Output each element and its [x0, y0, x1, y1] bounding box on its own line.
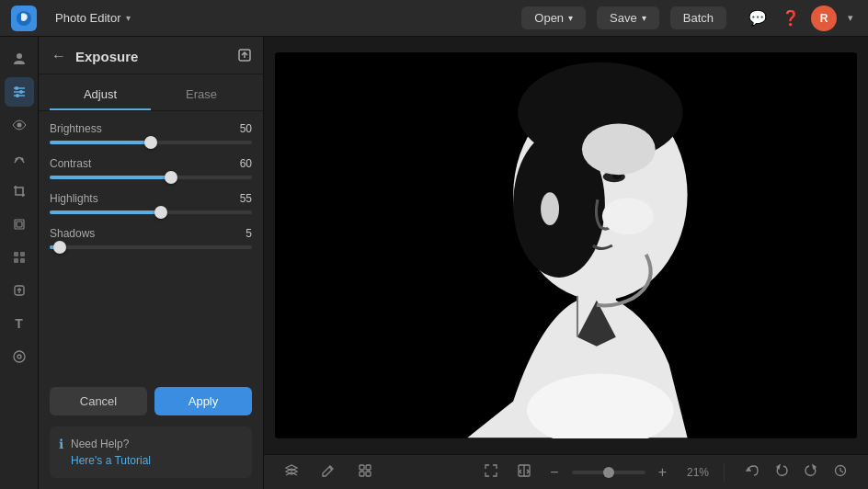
- app-title-chevron: ▾: [126, 13, 131, 23]
- iconbar-objects-button[interactable]: [5, 243, 34, 272]
- apply-button[interactable]: Apply: [154, 387, 252, 415]
- layers-icon-button[interactable]: [279, 460, 304, 484]
- svg-point-19: [17, 355, 21, 358]
- open-button[interactable]: Open ▾: [521, 6, 586, 29]
- brightness-slider-track[interactable]: [50, 141, 252, 144]
- zoom-in-button[interactable]: +: [653, 462, 672, 483]
- contrast-value: 60: [240, 157, 252, 170]
- svg-point-30: [602, 198, 654, 234]
- edit-icon-button[interactable]: [315, 460, 341, 484]
- brightness-label-row: Brightness 50: [50, 122, 252, 135]
- highlights-slider-thumb[interactable]: [154, 206, 167, 219]
- highlights-slider-fill: [50, 210, 161, 214]
- svg-rect-14: [20, 252, 25, 256]
- brightness-label: Brightness: [50, 122, 102, 135]
- panel-export-button[interactable]: [237, 48, 252, 65]
- avatar-chevron-button[interactable]: ▾: [844, 8, 857, 28]
- history-button[interactable]: [828, 460, 853, 484]
- iconbar-effects-button[interactable]: [5, 143, 34, 173]
- zoom-value: 21%: [680, 466, 709, 479]
- panel-title: Exposure: [75, 49, 230, 64]
- iconbar-adjustments-button[interactable]: [5, 77, 34, 107]
- iconbar-layers-button[interactable]: [5, 210, 34, 239]
- iconbar-crop-button[interactable]: [5, 176, 34, 206]
- grid-icon-button[interactable]: [352, 460, 378, 484]
- user-avatar[interactable]: R: [811, 6, 837, 31]
- canvas-viewport: [264, 37, 868, 454]
- save-label: Save: [610, 11, 637, 25]
- tab-erase[interactable]: Erase: [151, 82, 252, 110]
- bottom-toolbar: − + 21%: [264, 454, 868, 489]
- highlights-group: Highlights 55: [50, 192, 252, 214]
- zoom-out-button[interactable]: −: [544, 462, 564, 483]
- highlights-value: 55: [240, 192, 252, 205]
- info-icon: ℹ: [59, 437, 63, 451]
- sliders-section: Brightness 50 Contrast 60: [39, 111, 263, 380]
- svg-rect-32: [360, 465, 364, 470]
- svg-point-27: [541, 192, 559, 225]
- shadows-value: 5: [246, 227, 252, 240]
- photo-canvas: [275, 52, 857, 438]
- highlights-slider-track[interactable]: [50, 210, 252, 214]
- side-panel: ← Exposure Adjust Erase Brightness 50: [39, 37, 264, 489]
- highlights-label-row: Highlights 55: [50, 192, 252, 205]
- svg-rect-35: [366, 472, 371, 476]
- undo-button[interactable]: [769, 460, 794, 484]
- brightness-slider-thumb[interactable]: [144, 136, 157, 149]
- panel-tabs: Adjust Erase: [39, 74, 263, 111]
- icon-bar: T: [0, 37, 39, 489]
- contrast-slider-thumb[interactable]: [165, 171, 177, 184]
- svg-rect-13: [14, 252, 18, 256]
- iconbar-misc-button[interactable]: [5, 342, 34, 371]
- svg-point-6: [19, 90, 23, 94]
- iconbar-eye-button[interactable]: [5, 110, 34, 140]
- contrast-group: Contrast 60: [50, 157, 252, 179]
- panel-header: ← Exposure: [39, 37, 263, 74]
- help-box: ℹ Need Help? Here's a Tutorial: [50, 426, 252, 478]
- svg-point-8: [17, 123, 21, 128]
- panel-back-button[interactable]: ←: [50, 46, 68, 66]
- batch-button[interactable]: Batch: [670, 6, 726, 29]
- zoom-slider[interactable]: [572, 471, 645, 474]
- shadows-slider-thumb[interactable]: [53, 241, 66, 254]
- iconbar-assets-button[interactable]: [5, 276, 34, 305]
- compare-button[interactable]: [511, 460, 537, 484]
- help-tutorial-link[interactable]: Here's a Tutorial: [71, 454, 151, 467]
- action-buttons: Cancel Apply: [39, 380, 263, 426]
- iconbar-text-button[interactable]: T: [5, 309, 34, 338]
- open-chevron: ▾: [568, 13, 573, 23]
- chat-icon-button[interactable]: 💬: [745, 6, 771, 30]
- svg-rect-16: [20, 258, 25, 263]
- save-button[interactable]: Save ▾: [597, 6, 659, 29]
- brightness-group: Brightness 50: [50, 122, 252, 144]
- help-text: Need Help? Here's a Tutorial: [71, 436, 151, 469]
- brightness-value: 50: [240, 122, 252, 135]
- tab-adjust[interactable]: Adjust: [50, 82, 151, 110]
- topbar: Photo Editor ▾ Open ▾ Save ▾ Batch 💬 ❓ R…: [0, 0, 868, 37]
- svg-point-29: [582, 123, 656, 175]
- cancel-button[interactable]: Cancel: [50, 387, 147, 415]
- iconbar-person-button[interactable]: [5, 44, 34, 74]
- fit-screen-button[interactable]: [478, 460, 504, 484]
- bottom-right-icons: [739, 460, 853, 484]
- undo-save-button[interactable]: [739, 460, 765, 484]
- app-title-text: Photo Editor: [55, 11, 121, 25]
- app-logo: [11, 6, 37, 31]
- batch-label: Batch: [683, 11, 714, 25]
- app-title-button[interactable]: Photo Editor ▾: [48, 7, 138, 28]
- svg-point-5: [15, 86, 18, 90]
- save-chevron: ▾: [642, 13, 646, 23]
- shadows-group: Shadows 5: [50, 227, 252, 249]
- svg-rect-34: [360, 472, 364, 476]
- brightness-slider-fill: [50, 141, 151, 144]
- zoom-slider-thumb: [603, 467, 614, 478]
- help-icon-button[interactable]: ❓: [778, 6, 804, 30]
- shadows-label-row: Shadows 5: [50, 227, 252, 240]
- contrast-slider-track[interactable]: [50, 176, 252, 179]
- open-label: Open: [534, 11, 564, 25]
- redo-button[interactable]: [798, 460, 824, 484]
- svg-point-10: [20, 158, 23, 161]
- svg-point-18: [14, 351, 25, 362]
- bottom-divider: [724, 463, 725, 482]
- shadows-slider-track[interactable]: [50, 245, 252, 249]
